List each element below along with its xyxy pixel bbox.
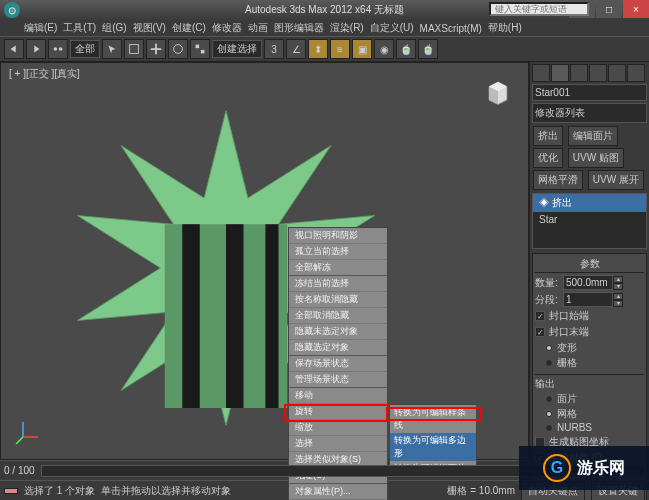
output-label: 输出 [535,374,644,391]
menu-create[interactable]: 创建(C) [172,21,206,35]
move-button[interactable] [146,39,166,59]
create-tab[interactable] [532,64,550,82]
angle-snap-button[interactable]: ∠ [286,39,306,59]
menu-group[interactable]: 组(G) [102,21,126,35]
segments-label: 分段: [535,293,563,307]
amount-label: 数量: [535,276,563,290]
ctx-move[interactable]: 移动 [289,388,387,404]
menu-maxscript[interactable]: MAXScript(M) [420,23,482,34]
amount-up[interactable]: ▴ [613,276,623,283]
selection-filter-dropdown[interactable]: 全部 [70,40,100,58]
grid-radio[interactable]: 栅格 [545,356,644,370]
maximize-button[interactable]: □ [596,0,622,18]
utilities-tab[interactable] [627,64,645,82]
sub-editable-spline[interactable]: 转换为可编辑样条线 [390,405,476,433]
ctx-save-scene-state[interactable]: 保存场景状态 [289,356,387,372]
align-button[interactable]: ≡ [330,39,350,59]
btn-unwrap[interactable]: UVW 展开 [588,170,644,190]
stack-extrude[interactable]: ◈ 挤出 [533,194,646,212]
btn-editpatch[interactable]: 编辑面片 [568,126,618,146]
ctx-isolate[interactable]: 孤立当前选择 [289,244,387,260]
ctx-hide-unselected[interactable]: 隐藏未选定对象 [289,324,387,340]
redo-button[interactable] [26,39,46,59]
menu-render[interactable]: 渲染(R) [330,21,364,35]
ctx-unhide-all[interactable]: 全部取消隐藏 [289,308,387,324]
watermark-text: 游乐网 [577,458,625,479]
cap-start-checkbox[interactable]: ✓封口始端 [535,309,644,323]
mirror-button[interactable]: ⬍ [308,39,328,59]
scale-button[interactable] [190,39,210,59]
ref-coord-dropdown[interactable]: 创建选择 [212,40,262,58]
btn-extrude[interactable]: 挤出 [533,126,563,146]
btn-meshsmooth[interactable]: 网格平滑 [533,170,583,190]
menu-animation[interactable]: 动画 [248,21,268,35]
axis-tripod-icon [13,417,43,447]
mesh-radio[interactable]: 网格 [545,407,644,421]
ctx-props[interactable]: 对象属性(P)... [289,484,387,500]
viewcube-icon[interactable] [480,73,516,109]
menu-views[interactable]: 视图(V) [133,21,166,35]
motion-tab[interactable] [589,64,607,82]
object-name-field[interactable]: Star001 [532,84,647,101]
selection-status: 选择了 1 个对象 [24,484,95,498]
menu-edit[interactable]: 编辑(E) [24,21,57,35]
grid-status: 栅格 = 10.0mm [447,484,515,498]
ctx-manage-scene-state[interactable]: 管理场景状态 [289,372,387,388]
ctx-scale[interactable]: 缩放 [289,420,387,436]
segments-spinner[interactable]: 1 [563,292,613,307]
render-setup-button[interactable]: 🍵 [396,39,416,59]
hierarchy-tab[interactable] [570,64,588,82]
maxscript-listener[interactable] [4,488,18,494]
ctx-rotate[interactable]: 旋转 [289,404,387,420]
svg-point-3 [174,45,183,54]
window-title: Autodesk 3ds Max 2012 x64 无标题 [245,3,404,17]
menu-help[interactable]: 帮助(H) [488,21,522,35]
menu-tools[interactable]: 工具(T) [63,21,96,35]
help-search-input[interactable] [489,2,589,16]
amount-spinner[interactable]: 500.0mm [563,275,613,290]
stack-star[interactable]: Star [533,212,646,227]
ctx-unfreeze-all[interactable]: 全部解冻 [289,260,387,276]
watermark-icon: G [543,454,571,482]
modify-tab[interactable] [551,64,569,82]
rotate-button[interactable] [168,39,188,59]
menu-customize[interactable]: 自定义(U) [370,21,414,35]
cap-end-checkbox[interactable]: ✓封口末端 [535,325,644,339]
ctx-viewport-lighting[interactable]: 视口照明和阴影 [289,228,387,244]
command-panel: Star001 修改器列表 挤出 编辑面片 优化 UVW 贴图 网格平滑 UVW… [529,62,649,460]
watermark-overlay: G 游乐网 [519,446,649,490]
ctx-hide-selection[interactable]: 隐藏选定对象 [289,340,387,356]
svg-rect-11 [182,224,200,408]
modifier-stack[interactable]: ◈ 挤出 Star [532,193,647,249]
viewport[interactable]: [ + ][正交 ][真实] 视口照明和阴影 孤立当前选择 全部解冻 冻结当前选… [0,62,529,460]
menu-modifiers[interactable]: 修改器 [212,21,242,35]
render-button[interactable]: 🍵 [418,39,438,59]
snap-button[interactable]: 3 [264,39,284,59]
svg-rect-13 [265,224,278,408]
sub-editable-poly[interactable]: 转换为可编辑多边形 [390,433,476,461]
amount-down[interactable]: ▾ [613,283,623,290]
btn-uvw-map[interactable]: UVW 贴图 [568,148,624,168]
patch-radio[interactable]: 面片 [545,392,644,406]
segments-up[interactable]: ▴ [613,293,623,300]
ctx-unhide-by-name[interactable]: 按名称取消隐藏 [289,292,387,308]
modifier-list-dropdown[interactable]: 修改器列表 [532,103,647,123]
select-button[interactable] [102,39,122,59]
close-button[interactable]: × [623,0,649,18]
ctx-freeze[interactable]: 冻结当前选择 [289,276,387,292]
select-by-name-button[interactable] [124,39,144,59]
morph-radio[interactable]: 变形 [545,341,644,355]
svg-rect-5 [201,50,205,54]
menu-graph[interactable]: 图形编辑器 [274,21,324,35]
material-editor-button[interactable]: ◉ [374,39,394,59]
rollout-title[interactable]: 参数 [535,256,644,273]
ctx-select[interactable]: 选择 [289,436,387,452]
link-button[interactable] [48,39,68,59]
layer-button[interactable]: ▣ [352,39,372,59]
segments-down[interactable]: ▾ [613,300,623,307]
undo-button[interactable] [4,39,24,59]
display-tab[interactable] [608,64,626,82]
viewport-label[interactable]: [ + ][正交 ][真实] [9,67,80,81]
nurbs-radio[interactable]: NURBS [545,422,644,433]
btn-optimize[interactable]: 优化 [533,148,563,168]
